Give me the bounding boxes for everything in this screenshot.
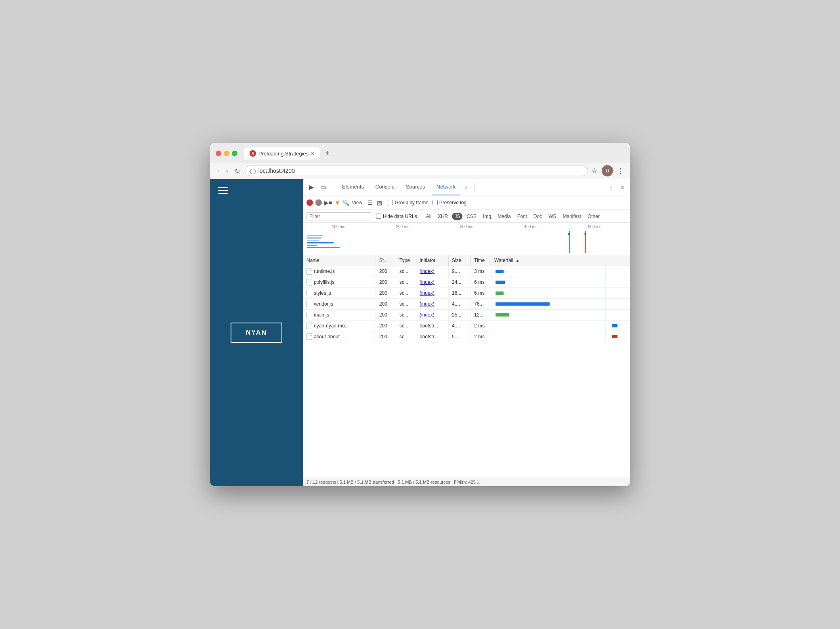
table-row[interactable]: about-about-... 200 sc... bootstr... 5..… [303,331,630,342]
filter-button[interactable]: ▼ [334,199,340,206]
waterfall-bar [496,302,550,306]
close-traffic-light[interactable] [216,151,221,156]
devtools-menu-button[interactable]: ⋮ [605,182,617,193]
cell-name: main.js [303,310,376,320]
svg-rect-3 [307,242,334,243]
cell-type: sc... [396,288,416,298]
initiator-link[interactable]: (index) [420,301,435,307]
table-row[interactable]: styles.js 200 sc... (index) 18... 6 ms [303,288,630,299]
initiator-link[interactable]: (index) [420,290,435,296]
file-icon [307,279,312,285]
cell-waterfall [491,331,630,342]
bookmark-button[interactable]: ☆ [591,166,598,175]
minimize-traffic-light[interactable] [224,151,229,156]
hamburger-menu[interactable] [218,187,228,194]
filter-img-button[interactable]: Img [481,213,494,220]
device-toolbar-button[interactable]: ▭ [318,182,329,193]
tab-network[interactable]: Network [432,179,461,195]
waterfall-timeline: 100 ms 200 ms 300 ms 400 ms 500 ms [303,223,630,255]
reload-button[interactable]: ↻ [233,166,242,176]
status-bar-text: 7 / 12 requests | 5.1 MB / 5.1 MB transf… [307,480,481,484]
header-size[interactable]: Size [449,255,471,266]
svg-point-8 [568,233,570,235]
new-tab-button[interactable]: + [322,147,333,159]
filter-doc-button[interactable]: Doc [531,213,544,220]
header-name[interactable]: Name [303,255,376,266]
clear-button[interactable]: ○ [315,199,322,206]
record-button[interactable] [307,199,313,206]
filter-ws-button[interactable]: WS [546,213,559,220]
maximize-traffic-light[interactable] [232,151,237,156]
devtools-close-button[interactable]: × [618,182,627,193]
cell-waterfall [491,310,630,320]
table-row[interactable]: vendor.js 200 sc... (index) 4.... 76... [303,299,630,310]
waterfall-bar-container [493,313,628,317]
filter-media-button[interactable]: Media [495,213,513,220]
table-row[interactable]: main.js 200 sc... (index) 25... 12... [303,310,630,321]
waterfall-view-button[interactable]: ▧ [375,199,384,207]
chrome-menu-button[interactable]: ⋮ [617,166,624,175]
initiator-link[interactable]: (index) [420,279,435,285]
hide-data-urls-checkbox[interactable] [376,214,381,219]
browser-tab[interactable]: A Preloading Strategies × [244,147,320,159]
filter-xhr-button[interactable]: XHR [435,213,450,220]
cell-initiator: bootstr... [416,331,449,342]
cell-type: sc... [396,299,416,309]
address-bar[interactable]: ◯ localhost:4200 [245,166,588,176]
initiator-link[interactable]: (index) [420,312,435,318]
filter-css-button[interactable]: CSS [464,213,479,220]
screenshot-button[interactable]: ▶■ [324,199,332,206]
tabs-row: A Preloading Strategies × + [244,147,624,159]
list-view-button[interactable]: ☰ [366,199,374,207]
filter-other-button[interactable]: Other [585,213,602,220]
waterfall-bar-container [493,324,628,328]
header-status[interactable]: St... [376,255,396,266]
cell-name: about-about-... [303,331,376,342]
more-tabs-button[interactable]: » [462,182,470,192]
tab-close-button[interactable]: × [311,150,314,157]
user-avatar[interactable]: U [602,165,613,176]
back-button[interactable]: ‹ [216,166,221,176]
group-by-frame-checkbox[interactable] [388,200,393,205]
cell-waterfall [491,277,630,287]
timeline-label-400: 400 ms [499,224,563,229]
header-initiator[interactable]: Initiator [416,255,449,266]
table-row[interactable]: polyfills.js 200 sc... (index) 24... 6 m… [303,277,630,288]
search-button[interactable]: 🔍 [342,199,349,206]
devtools-end-buttons: ⋮ × [605,182,627,193]
cell-name: styles.js [303,288,376,298]
filter-font-button[interactable]: Font [515,213,529,220]
cell-status: 200 [376,266,396,277]
file-name: styles.js [314,290,331,296]
cell-time: 2 ms [471,331,491,342]
tab-console[interactable]: Console [370,179,399,195]
waterfall-bar-container [493,335,628,339]
tab-elements[interactable]: Elements [337,179,369,195]
filter-all-button[interactable]: All [424,213,434,220]
cell-waterfall [491,299,630,309]
header-type[interactable]: Type [396,255,416,266]
table-row[interactable]: nyan-nyan-mo... 200 sc... bootstr... 4..… [303,321,630,331]
cell-status: 200 [376,310,396,320]
filter-manifest-button[interactable]: Manifest [561,213,584,220]
forward-button[interactable]: › [224,166,229,176]
header-waterfall[interactable]: Waterfall ▲ [491,255,630,266]
timeline-label-300: 300 ms [435,224,499,229]
filter-input[interactable] [307,212,371,220]
nyan-button[interactable]: NYAN [231,323,282,343]
cell-size: 18... [449,288,471,298]
cell-name: vendor.js [303,299,376,309]
timeline-label-200: 200 ms [371,224,435,229]
cell-name: runtime.js [303,266,376,277]
waterfall-bar [496,270,504,273]
table-row[interactable]: runtime.js 200 sc... (index) 9.... 3 ms [303,266,630,277]
file-name: main.js [314,312,329,318]
waterfall-vline-red [612,288,612,298]
initiator-link: bootstr... [420,323,438,329]
preserve-log-checkbox[interactable] [433,200,438,205]
header-time[interactable]: Time [471,255,491,266]
initiator-link[interactable]: (index) [420,268,435,274]
tab-sources[interactable]: Sources [401,179,430,195]
filter-js-button[interactable]: JS [452,213,462,220]
inspect-element-button[interactable]: ▶ [307,182,316,193]
